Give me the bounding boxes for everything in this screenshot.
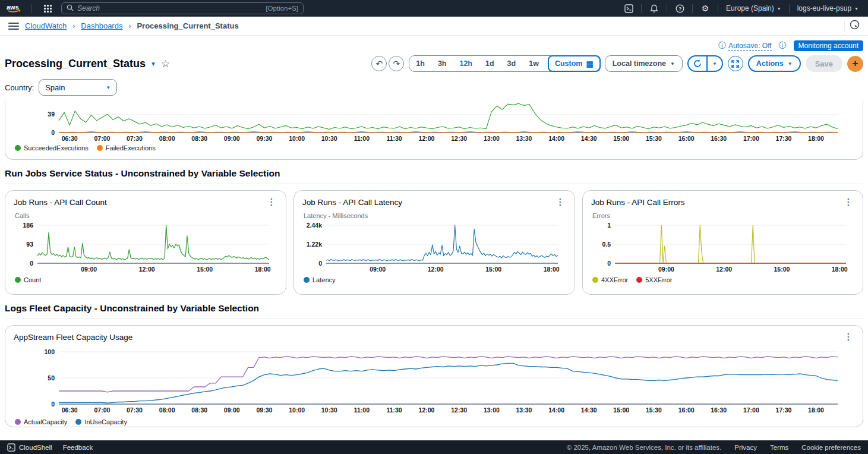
svg-text:15:00: 15:00	[613, 135, 629, 142]
terms-link[interactable]: Terms	[770, 444, 788, 451]
widget-menu-icon[interactable]: ⋮	[842, 197, 854, 207]
breadcrumb-current: Processing_Current_Status	[137, 21, 238, 30]
refresh-split-button[interactable]: ▼	[687, 55, 723, 72]
executions-chart-card: 39006:3007:0007:3008:0008:3009:0009:3010…	[5, 100, 863, 160]
widget-menu-icon[interactable]: ⋮	[842, 332, 854, 342]
section-title: Run Jobs Service Status - Unconstrained …	[5, 167, 863, 184]
autosave-toggle[interactable]: ⓘ Autosave: Off	[718, 40, 772, 51]
card-title: Job Runs - API Call Count	[14, 198, 107, 207]
actions-menu-button[interactable]: Actions ▼	[748, 55, 801, 72]
cloudshell-icon[interactable]	[620, 2, 637, 15]
settings-gear-icon[interactable]: ⚙	[697, 2, 714, 15]
svg-text:11:00: 11:00	[354, 406, 370, 414]
search-icon	[67, 3, 74, 14]
svg-text:0: 0	[318, 260, 322, 267]
topbar-divider	[718, 4, 718, 13]
time-range-12h[interactable]: 12h	[453, 59, 479, 68]
api-call-latency-chart[interactable]: 2.44k1.22k009:0012:0015:0018:00	[302, 220, 566, 275]
svg-text:18:00: 18:00	[544, 266, 560, 273]
fullscreen-button[interactable]	[728, 56, 743, 71]
legend-item[interactable]: InUseCapacity	[75, 418, 127, 425]
svg-text:06:30: 06:30	[62, 406, 78, 414]
time-range-3d[interactable]: 3d	[501, 59, 523, 68]
info-icon: ⓘ	[718, 40, 726, 51]
redo-button[interactable]: ↷	[389, 56, 404, 71]
services-grid-icon[interactable]	[40, 2, 55, 14]
side-menu-icon[interactable]	[8, 23, 19, 30]
fleet-capacity-chart[interactable]: 10050006:3007:0007:3008:0008:3009:0009:3…	[14, 347, 854, 417]
svg-text:15:00: 15:00	[197, 266, 213, 273]
breadcrumb-separator: ›	[128, 22, 131, 30]
notifications-bell-icon[interactable]	[646, 2, 662, 15]
timezone-label: Local timezone	[613, 59, 666, 68]
count-legend: Count	[14, 275, 277, 283]
capacity-legend: ActualCapacity InUseCapacity	[14, 417, 854, 425]
svg-text:12:00: 12:00	[419, 406, 435, 414]
section-divider	[5, 319, 863, 319]
legend-item[interactable]: 4XXError	[592, 276, 628, 283]
breadcrumb-link-dashboards[interactable]: Dashboards	[81, 21, 122, 30]
refresh-options-icon[interactable]: ▼	[708, 61, 722, 67]
calendar-icon: ▦	[586, 59, 593, 68]
svg-text:?: ?	[678, 5, 681, 11]
help-icon[interactable]: ?	[671, 2, 688, 15]
legend-dot	[592, 277, 598, 283]
fleet-capacity-card: AppStream Fleet Capacity Usage ⋮ 1005000…	[5, 325, 863, 427]
section-title: Logs Fleet Capacity - Unconstrained by V…	[5, 302, 863, 319]
aws-logo[interactable]: aws	[6, 3, 23, 14]
dashboard-dropdown-icon[interactable]: ▼	[150, 61, 156, 67]
svg-text:10:00: 10:00	[289, 135, 305, 142]
errors-legend: 4XXError 5XXError	[591, 275, 854, 283]
divider	[844, 21, 845, 31]
monitoring-account-badge: Monitoring account	[794, 40, 863, 51]
legend-item[interactable]: Count	[15, 276, 41, 283]
api-call-errors-chart[interactable]: 10.5009:0012:0015:0018:00	[591, 220, 854, 275]
info-icon[interactable]: ⓘ	[779, 40, 787, 51]
cloudshell-label: CloudShell	[19, 444, 52, 451]
legend-item[interactable]: FailedExecutions	[97, 144, 156, 152]
account-label: logs-eu-live-psup	[797, 4, 851, 12]
widget-menu-icon[interactable]: ⋮	[554, 197, 566, 207]
account-selector[interactable]: logs-eu-live-psup ▼	[794, 4, 862, 12]
section-divider	[5, 184, 863, 184]
add-widget-button[interactable]: +	[847, 56, 863, 72]
svg-text:11:30: 11:30	[386, 135, 402, 142]
cloudshell-button[interactable]: CloudShell	[7, 443, 52, 452]
legend-item[interactable]: Latency	[304, 276, 336, 283]
card-title: Job Runs - API Call Latency	[302, 198, 402, 207]
search-input[interactable]: Search [Option+S]	[61, 2, 304, 14]
legend-item[interactable]: ActualCapacity	[15, 418, 67, 425]
time-range-1d[interactable]: 1d	[479, 59, 501, 68]
region-label: Europe (Spain)	[726, 4, 774, 12]
country-select[interactable]: Spain ▼	[39, 79, 117, 96]
refresh-icon[interactable]	[689, 59, 706, 68]
feedback-link[interactable]: Feedback	[63, 444, 93, 451]
undo-button[interactable]: ↶	[371, 56, 387, 71]
widget-menu-icon[interactable]: ⋮	[266, 197, 277, 207]
legend-item[interactable]: 5XXError	[636, 276, 672, 283]
favorite-star-icon[interactable]: ☆	[161, 58, 170, 70]
time-range-1w[interactable]: 1w	[522, 59, 545, 68]
time-range-1h[interactable]: 1h	[409, 59, 431, 68]
save-button[interactable]: Save	[806, 55, 842, 72]
timezone-selector[interactable]: Local timezone ▼	[605, 55, 683, 72]
svg-text:17:30: 17:30	[776, 135, 792, 142]
svg-text:18:00: 18:00	[832, 266, 848, 273]
clock-icon[interactable]	[850, 20, 860, 32]
svg-text:93: 93	[26, 241, 33, 248]
region-selector[interactable]: Europe (Spain) ▼	[722, 4, 785, 12]
cookie-preferences-link[interactable]: Cookie preferences	[801, 444, 861, 451]
svg-text:1.22k: 1.22k	[307, 241, 322, 248]
legend-label: 4XXError	[601, 276, 628, 283]
executions-chart[interactable]: 39006:3007:0007:3008:0008:3009:0009:3010…	[14, 100, 854, 143]
time-range-3h[interactable]: 3h	[431, 59, 453, 68]
legend-item[interactable]: SucceededExecutions	[15, 144, 89, 152]
privacy-link[interactable]: Privacy	[734, 444, 757, 451]
custom-range-button[interactable]: Custom ▦	[548, 55, 601, 72]
breadcrumb-link-cloudwatch[interactable]: CloudWatch	[25, 21, 67, 30]
legend-dot	[15, 145, 21, 151]
api-call-count-chart[interactable]: 18693009:0012:0015:0018:00	[14, 220, 277, 275]
latency-legend: Latency	[302, 275, 566, 283]
svg-text:14:00: 14:00	[548, 135, 564, 142]
topbar-divider	[667, 4, 667, 13]
